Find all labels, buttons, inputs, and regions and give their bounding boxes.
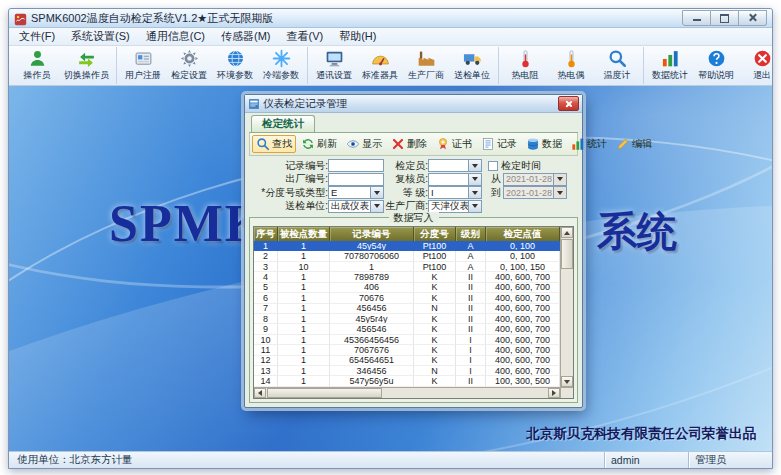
globe-icon (226, 49, 245, 68)
toolbar-group: 操作员切换操作员 (11, 47, 116, 84)
table-row[interactable]: 51406KII400, 600, 700 (254, 283, 560, 293)
dialog-title-bar[interactable]: 仪表检定记录管理 (245, 95, 582, 113)
horizontal-scrollbar[interactable] (254, 387, 560, 398)
menu-item-help[interactable]: 帮助(H) (331, 28, 384, 45)
toolbar-button-user-register[interactable]: 用户注册 (120, 48, 166, 83)
horizontal-scroll-thumb[interactable] (267, 388, 382, 398)
table-row[interactable]: 91456546KII400, 600, 700 (254, 324, 560, 334)
dialog-button-record[interactable]: 记录 (477, 135, 521, 153)
vertical-scroll-thumb[interactable] (561, 239, 573, 269)
toolbar-button-environment-params[interactable]: 环境参数 (212, 48, 258, 83)
toolbar-button-rtd[interactable]: 热电阻 (502, 48, 548, 83)
menu-item-file[interactable]: 文件(F) (11, 28, 63, 45)
factory-no-label: 出厂编号: (250, 172, 328, 186)
table-row[interactable]: 417898789KII400, 600, 700 (254, 272, 560, 282)
toolbar-button-verify-settings[interactable]: 检定设置 (166, 48, 212, 83)
chevron-down-icon[interactable] (468, 160, 481, 171)
horizontal-scroll-track[interactable] (266, 388, 548, 398)
eye-icon (346, 137, 360, 151)
table-row[interactable]: 71456456NII400, 600, 700 (254, 304, 560, 314)
maximize-button[interactable] (711, 10, 739, 26)
time-filter-checkbox[interactable] (488, 161, 498, 171)
table-row[interactable]: 6170676KII400, 600, 700 (254, 293, 560, 303)
table-row[interactable]: 1117067676KI400, 600, 700 (254, 345, 560, 355)
toolbar-button-switch-operator[interactable]: 切换操作员 (60, 48, 113, 83)
reviewer-dropdown[interactable] (428, 173, 482, 186)
toolbar-button-comm-settings[interactable]: 通讯设置 (311, 48, 357, 83)
chevron-down-icon[interactable] (468, 174, 481, 185)
to-date-picker[interactable]: 2021-01-28 (503, 186, 567, 199)
toolbar-button-exit[interactable]: 退出 (739, 48, 781, 83)
chevron-down-icon[interactable] (468, 187, 481, 198)
table-cell: A (456, 241, 486, 251)
table-cell: II (456, 272, 486, 282)
scroll-right-button[interactable] (548, 388, 560, 398)
grade-dropdown[interactable]: I (428, 186, 482, 199)
table-cell: II (456, 314, 486, 324)
close-button[interactable] (739, 10, 767, 26)
grid-column-header[interactable]: 序号 (254, 227, 278, 241)
chevron-down-icon[interactable] (468, 201, 481, 212)
dialog-button-refresh[interactable]: 刷新 (297, 135, 341, 153)
vertical-scroll-track[interactable] (561, 238, 573, 376)
toolbar-button-thermocouple[interactable]: 热电偶 (548, 48, 594, 83)
record-no-input[interactable] (328, 159, 384, 172)
toolbar-button-cold-junction-params[interactable]: 冷端参数 (258, 48, 304, 83)
dialog-button-view[interactable]: 显示 (342, 135, 386, 153)
factory-no-input[interactable] (328, 173, 384, 186)
toolbar-button-standard-instruments[interactable]: 标准器具 (357, 48, 403, 83)
chevron-down-icon[interactable] (370, 201, 383, 212)
send-unit-dropdown[interactable]: 出成仪表 (328, 200, 384, 213)
user-icon (28, 49, 47, 68)
status-user: admin (604, 452, 688, 468)
title-bar[interactable]: SPMK6002温度自动检定系统V1.2★正式无限期版 (9, 9, 772, 28)
table-row[interactable]: 2170780706060Pt100A0, 100 (254, 251, 560, 261)
table-row[interactable]: 3101Pt100A0, 100, 150 (254, 262, 560, 272)
grid-column-header[interactable]: 检定点值 (486, 227, 560, 241)
dialog-title: 仪表检定记录管理 (263, 97, 347, 111)
grid-column-header[interactable]: 分度号 (414, 227, 456, 241)
dialog-button-label: 显示 (362, 137, 382, 151)
tab-verification-statistics[interactable]: 检定统计 (251, 115, 315, 132)
toolbar-button-delivery-unit[interactable]: 送检单位 (449, 48, 495, 83)
chevron-down-icon[interactable] (370, 187, 383, 198)
toolbar-button-help-doc[interactable]: 帮助说明 (693, 48, 739, 83)
grid-column-header[interactable]: 记录编号 (330, 227, 414, 241)
scroll-up-button[interactable] (561, 227, 573, 238)
verifier-dropdown[interactable] (428, 159, 482, 172)
from-date-picker[interactable]: 2021-01-28 (503, 173, 567, 186)
menu-item-general-info[interactable]: 通用信息(C) (138, 28, 213, 45)
toolbar-button-thermometer[interactable]: 温度计 (594, 48, 640, 83)
menu-item-view[interactable]: 查看(V) (279, 28, 332, 45)
grid-column-header[interactable]: 被检点数量 (278, 227, 330, 241)
tab-strip: 检定统计 (249, 115, 578, 133)
chevron-down-icon[interactable] (553, 187, 566, 198)
dialog-button-delete[interactable]: 删除 (387, 135, 431, 153)
dialog-button-report[interactable]: 统计 (567, 135, 611, 153)
chevron-down-icon[interactable] (553, 174, 566, 185)
dialog-button-edit[interactable]: 编辑 (612, 135, 656, 153)
toolbar-button-manufacturer[interactable]: 生产厂商 (403, 48, 449, 83)
company-credit: 北京斯贝克科技有限责任公司荣誉出品 (527, 425, 757, 443)
scroll-down-button[interactable] (561, 376, 573, 387)
menu-item-system-settings[interactable]: 系统设置(S) (63, 28, 138, 45)
menu-item-sensor[interactable]: 传感器(M) (213, 28, 279, 45)
toolbar-button-operator[interactable]: 操作员 (14, 48, 60, 83)
dialog-button-certificate[interactable]: 证书 (432, 135, 476, 153)
minimize-button[interactable] (682, 10, 711, 26)
vertical-scrollbar[interactable] (560, 227, 573, 387)
triangle-right-icon (552, 390, 556, 396)
dialog-close-button[interactable] (558, 96, 579, 111)
table-row[interactable]: 121654564651KI400, 600, 700 (254, 356, 560, 366)
table-row[interactable]: 141547y56y5uKII100, 300, 500 (254, 376, 560, 386)
table-row[interactable]: 8145y5r4yKII400, 600, 700 (254, 314, 560, 324)
table-row[interactable]: 1145y54yPt100A0, 100 (254, 241, 560, 251)
table-row[interactable]: 131346456NI400, 600, 700 (254, 366, 560, 376)
scroll-left-button[interactable] (254, 388, 266, 398)
toolbar-button-data-statistics[interactable]: 数据统计 (647, 48, 693, 83)
grid-column-header[interactable]: 级别 (456, 227, 486, 241)
dialog-button-find[interactable]: 查找 (252, 135, 296, 153)
type-dropdown[interactable]: E (328, 186, 384, 199)
table-row[interactable]: 10145366456456KI400, 600, 700 (254, 335, 560, 345)
dialog-button-data[interactable]: 数据 (522, 135, 566, 153)
